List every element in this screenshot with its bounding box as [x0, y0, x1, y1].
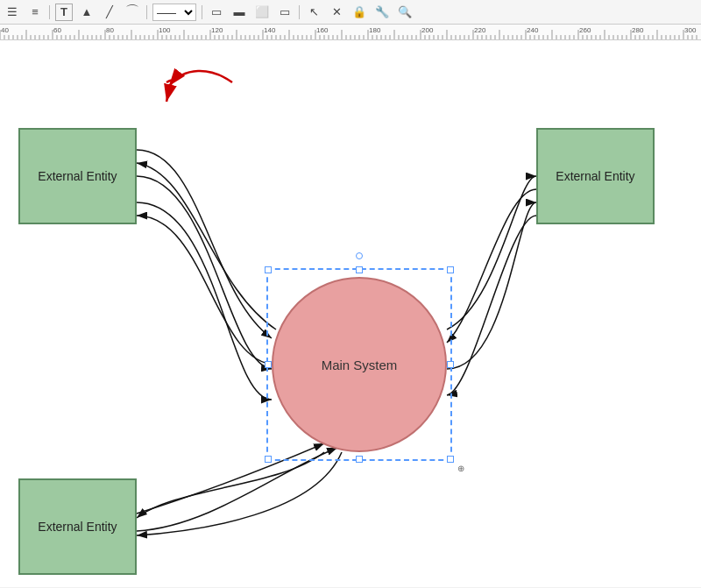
- shape4-icon[interactable]: ▭: [276, 4, 294, 21]
- external-entity-top-right[interactable]: External Entity: [536, 128, 655, 224]
- handle-bm[interactable]: [356, 456, 363, 463]
- toolbar-separator4: [299, 5, 300, 19]
- shape3-icon[interactable]: ⬜: [253, 4, 271, 21]
- toolbar-separator2: [146, 5, 147, 19]
- toolbar-separator3: [202, 5, 202, 19]
- handle-mr[interactable]: [447, 361, 454, 368]
- pointer-icon[interactable]: ↖: [305, 4, 322, 21]
- resize-icon: ⊕: [457, 464, 464, 473]
- shape2-icon[interactable]: ▬: [230, 4, 248, 21]
- entity-bl-label: External Entity: [38, 520, 117, 534]
- entity-tr-label: External Entity: [556, 169, 634, 183]
- main-system-circle[interactable]: Main System: [272, 277, 447, 452]
- list2-icon[interactable]: ≡: [26, 4, 44, 21]
- text-icon[interactable]: T: [55, 4, 73, 21]
- toolbar-separator: [49, 5, 50, 19]
- ruler: [0, 25, 701, 40]
- lock-icon[interactable]: 🔒: [350, 4, 368, 21]
- toolbar: ☰ ≡ T ▲ ╱ ⌒ —— - - - ▭ ▬ ⬜ ▭ ↖ ✕ 🔒 🔧 🔍: [0, 0, 701, 25]
- handle-tm[interactable]: [356, 266, 363, 273]
- x-icon[interactable]: ✕: [328, 4, 345, 21]
- main-system-label: Main System: [322, 358, 398, 372]
- fill-icon[interactable]: ▲: [78, 4, 96, 21]
- entity-tl-label: External Entity: [38, 169, 117, 183]
- rotation-handle[interactable]: [356, 252, 363, 259]
- external-entity-bottom-left[interactable]: External Entity: [18, 478, 137, 575]
- canvas-area[interactable]: External Entity External Entity External…: [0, 40, 701, 587]
- line-icon[interactable]: ╱: [101, 4, 118, 21]
- external-entity-top-left[interactable]: External Entity: [18, 128, 137, 224]
- handle-br[interactable]: [447, 456, 454, 463]
- handle-tl[interactable]: [265, 266, 272, 273]
- search-icon[interactable]: 🔍: [396, 4, 414, 21]
- handle-bl[interactable]: [265, 456, 272, 463]
- list-icon[interactable]: ☰: [4, 4, 21, 21]
- wrench-icon[interactable]: 🔧: [373, 4, 391, 21]
- handle-tr[interactable]: [447, 266, 454, 273]
- shape1-icon[interactable]: ▭: [208, 4, 225, 21]
- handle-ml[interactable]: [265, 361, 272, 368]
- curve-icon[interactable]: ⌒: [124, 4, 141, 21]
- line-style-dropdown[interactable]: —— - - -: [152, 4, 196, 21]
